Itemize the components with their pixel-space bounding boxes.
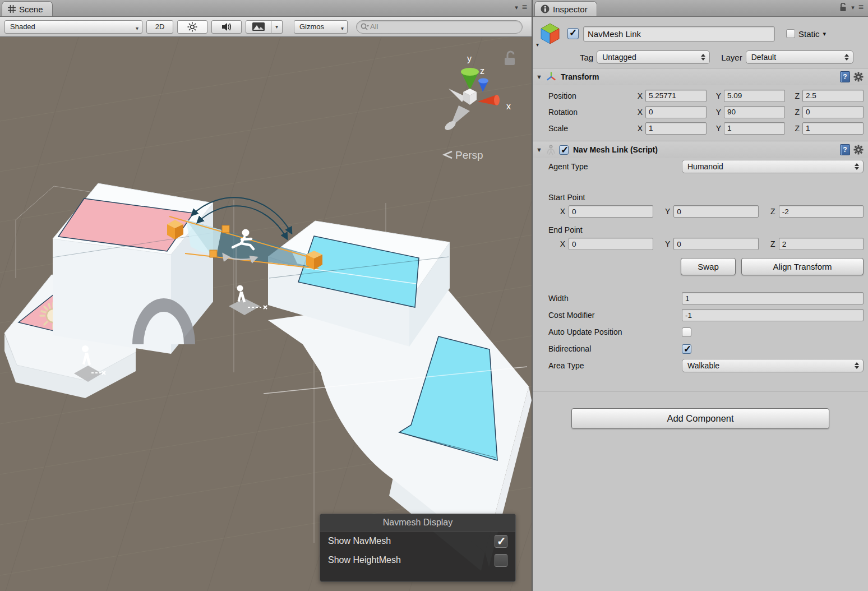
inspector-dropdown-icon[interactable]: ▾ [851, 4, 855, 11]
scene-audio-button[interactable] [211, 20, 242, 34]
speaker-icon [221, 22, 232, 32]
static-checkbox[interactable] [786, 29, 795, 38]
scene-search[interactable] [356, 20, 523, 34]
component-enabled-checkbox[interactable] [559, 145, 569, 155]
unity-editor: Scene ▾ ≡ Shaded ▾ 2D [0, 0, 868, 591]
axis-x-label[interactable]: x [506, 101, 511, 111]
inspector-body: ▾ Static ▾ Tag Untagged [533, 17, 868, 591]
chevron-down-icon: ▾ [275, 24, 278, 30]
scene-lighting-button[interactable] [177, 20, 207, 34]
persp-label[interactable]: Persp [455, 149, 483, 161]
inspector-menu-icon[interactable]: ≡ [858, 3, 864, 12]
scene-tab-menu-icon[interactable]: ≡ [522, 3, 527, 12]
navmesh-display-overlay: Navmesh Display Show NavMesh Show Height… [320, 514, 516, 582]
axis-z-label[interactable]: z [480, 66, 484, 76]
agent-type-dropdown[interactable]: Humanoid [682, 160, 864, 173]
area-type-dropdown[interactable]: Walkable [682, 359, 864, 372]
scene-tab-dropdown-icon[interactable]: ▾ [515, 4, 518, 11]
start-y-field[interactable] [673, 205, 758, 218]
layer-dropdown[interactable]: Default [746, 50, 853, 64]
add-component-button[interactable]: Add Component [571, 408, 829, 429]
link-handle[interactable] [210, 250, 217, 257]
end-x-field[interactable] [569, 238, 653, 250]
width-row: Width [533, 290, 868, 307]
rotation-y-field[interactable] [724, 106, 785, 118]
active-checkbox[interactable] [567, 28, 579, 39]
cost-modifier-label: Cost Modifier [548, 311, 682, 320]
scale-row: Scale X Y Z [537, 120, 864, 136]
show-navmesh-row: Show NavMesh [320, 532, 515, 551]
help-icon[interactable]: ? [840, 71, 850, 82]
position-label: Position [537, 91, 634, 100]
scale-z-field[interactable] [802, 122, 864, 135]
link-handle[interactable] [222, 225, 229, 233]
effects-dropdown[interactable]: ▾ [271, 20, 283, 34]
rotation-row: Rotation X Y Z [537, 104, 864, 120]
gear-icon[interactable] [853, 145, 864, 155]
gear-icon[interactable] [853, 72, 864, 82]
tab-scene[interactable]: Scene [2, 1, 53, 16]
width-field[interactable] [682, 292, 864, 304]
scene-3d-canvas[interactable]: y z x Persp [0, 37, 532, 591]
gameobject-icon[interactable]: ▾ [537, 21, 563, 47]
grid-icon [8, 5, 16, 13]
position-y-field[interactable] [724, 90, 785, 102]
end-z-field[interactable] [779, 238, 864, 250]
position-row: Position X Y Z [537, 87, 864, 104]
scene-tabbar: Scene ▾ ≡ [0, 0, 532, 17]
swap-button[interactable]: Swap [681, 258, 736, 275]
show-navmesh-checkbox[interactable] [495, 535, 507, 548]
rotation-z-field[interactable] [802, 106, 864, 118]
inspector-panel: Inspector ▾ ≡ [533, 0, 868, 591]
auto-update-checkbox[interactable] [682, 327, 691, 337]
start-x-field[interactable] [569, 205, 653, 218]
position-x-field[interactable] [645, 90, 707, 102]
align-transform-button[interactable]: Align Transform [741, 258, 864, 275]
cost-modifier-field[interactable] [682, 309, 864, 321]
info-icon [541, 4, 550, 13]
help-icon[interactable]: ? [840, 144, 850, 155]
scene-panel: Scene ▾ ≡ Shaded ▾ 2D [0, 0, 532, 591]
bidirectional-label: Bidirectional [548, 344, 682, 353]
start-point-row: X Y Z [533, 203, 868, 220]
gizmos-dropdown[interactable]: Gizmos ▾ [294, 20, 348, 34]
navmesh-display-title: Navmesh Display [320, 514, 515, 532]
bidirectional-checkbox[interactable] [682, 344, 691, 354]
2d-toggle-button[interactable]: 2D [146, 20, 173, 34]
foldout-arrow[interactable]: ▼ [536, 146, 543, 153]
chevron-down-icon: ▾ [136, 25, 138, 31]
static-label: Static [798, 29, 820, 39]
area-type-row: Area Type Walkable [533, 357, 868, 374]
image-icon [252, 22, 265, 31]
transform-component: ▼ Transform ? [533, 68, 868, 141]
position-z-field[interactable] [802, 90, 864, 102]
sun-icon [187, 22, 197, 32]
tag-dropdown[interactable]: Untagged [597, 50, 710, 64]
show-heightmesh-checkbox[interactable] [495, 554, 507, 567]
transform-title: Transform [561, 72, 599, 81]
search-input[interactable] [370, 22, 516, 31]
foldout-arrow[interactable]: ▼ [536, 73, 543, 80]
end-y-field[interactable] [673, 238, 758, 250]
navmeshlink-script-icon [546, 145, 556, 155]
lock-icon[interactable] [839, 3, 847, 12]
scale-y-field[interactable] [724, 122, 785, 135]
effects-button[interactable] [246, 20, 271, 34]
axis-y-label[interactable]: y [467, 54, 472, 63]
start-z-field[interactable] [779, 205, 864, 218]
tab-inspector[interactable]: Inspector [534, 1, 597, 16]
navmeshlink-component: ▼ Nav Mesh Link (Script) ? [533, 141, 868, 383]
chevron-down-icon: ▾ [536, 41, 539, 48]
navmeshlink-title: Nav Mesh Link (Script) [573, 145, 658, 154]
draw-mode-dropdown[interactable]: Shaded ▾ [4, 20, 142, 34]
end-point-label: End Point [533, 220, 868, 236]
rotation-x-field[interactable] [645, 106, 707, 118]
show-heightmesh-label: Show HeightMesh [328, 555, 401, 565]
show-heightmesh-row: Show HeightMesh [320, 551, 515, 570]
scene-tab-label: Scene [19, 4, 43, 14]
gameobject-name-field[interactable] [583, 26, 775, 41]
scale-x-field[interactable] [645, 122, 707, 135]
area-type-label: Area Type [548, 361, 682, 370]
scene-viewport[interactable]: y z x Persp Navmesh Display Show N [0, 37, 532, 591]
static-dropdown-icon[interactable]: ▾ [823, 31, 827, 37]
